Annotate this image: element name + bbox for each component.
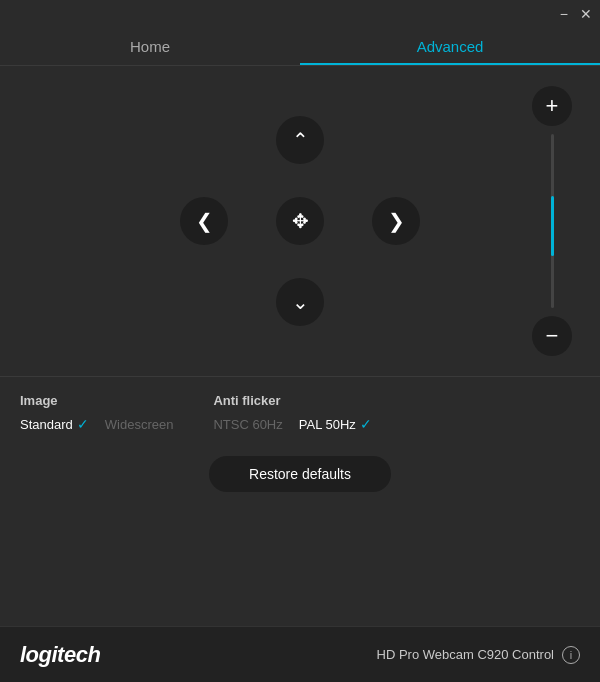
image-label: Image — [20, 393, 173, 408]
pan-tilt-area: ⌃ ❮ ✥ ❯ ⌄ + − — [0, 66, 600, 376]
image-standard-label: Standard — [20, 417, 73, 432]
pan-center-button[interactable]: ✥ — [276, 197, 324, 245]
restore-section: Restore defaults — [20, 456, 580, 512]
pan-left-button[interactable]: ❮ — [180, 197, 228, 245]
image-setting-group: Image Standard ✓ Widescreen — [20, 393, 173, 432]
image-widescreen-label: Widescreen — [105, 417, 174, 432]
settings-row: Image Standard ✓ Widescreen Anti flicker… — [20, 393, 580, 432]
move-icon: ✥ — [292, 209, 309, 233]
image-widescreen-option[interactable]: Widescreen — [105, 417, 174, 432]
pal-check-icon: ✓ — [360, 416, 372, 432]
info-icon[interactable]: i — [562, 646, 580, 664]
restore-defaults-button[interactable]: Restore defaults — [209, 456, 391, 492]
logitech-logo: logitech — [20, 642, 100, 668]
image-standard-option[interactable]: Standard ✓ — [20, 416, 89, 432]
antiflicker-label: Anti flicker — [213, 393, 371, 408]
title-bar: − ✕ — [0, 0, 600, 28]
antiflicker-ntsc-option[interactable]: NTSC 60Hz — [213, 417, 282, 432]
footer: logitech HD Pro Webcam C920 Control i — [0, 626, 600, 682]
zoom-in-button[interactable]: + — [532, 86, 572, 126]
pan-up-button[interactable]: ⌃ — [276, 116, 324, 164]
up-chevron-icon: ⌃ — [292, 128, 309, 152]
device-info: HD Pro Webcam C920 Control i — [377, 646, 581, 664]
minimize-button[interactable]: − — [560, 7, 568, 21]
pan-right-button[interactable]: ❯ — [372, 197, 420, 245]
zoom-out-button[interactable]: − — [532, 316, 572, 356]
pan-down-button[interactable]: ⌄ — [276, 278, 324, 326]
pal-label: PAL 50Hz — [299, 417, 356, 432]
zoom-thumb — [551, 196, 554, 256]
close-button[interactable]: ✕ — [580, 7, 592, 21]
antiflicker-options: NTSC 60Hz PAL 50Hz ✓ — [213, 416, 371, 432]
tab-advanced[interactable]: Advanced — [300, 28, 600, 65]
device-name: HD Pro Webcam C920 Control — [377, 647, 555, 662]
antiflicker-setting-group: Anti flicker NTSC 60Hz PAL 50Hz ✓ — [213, 393, 371, 432]
antiflicker-pal-option[interactable]: PAL 50Hz ✓ — [299, 416, 372, 432]
image-options: Standard ✓ Widescreen — [20, 416, 173, 432]
zoom-control: + − — [532, 86, 572, 356]
right-chevron-icon: ❯ — [388, 209, 405, 233]
settings-section: Image Standard ✓ Widescreen Anti flicker… — [0, 376, 600, 512]
left-chevron-icon: ❮ — [196, 209, 213, 233]
down-chevron-icon: ⌄ — [292, 290, 309, 314]
tab-home[interactable]: Home — [0, 28, 300, 65]
ntsc-label: NTSC 60Hz — [213, 417, 282, 432]
zoom-track — [551, 134, 554, 308]
standard-check-icon: ✓ — [77, 416, 89, 432]
tab-bar: Home Advanced — [0, 28, 600, 66]
